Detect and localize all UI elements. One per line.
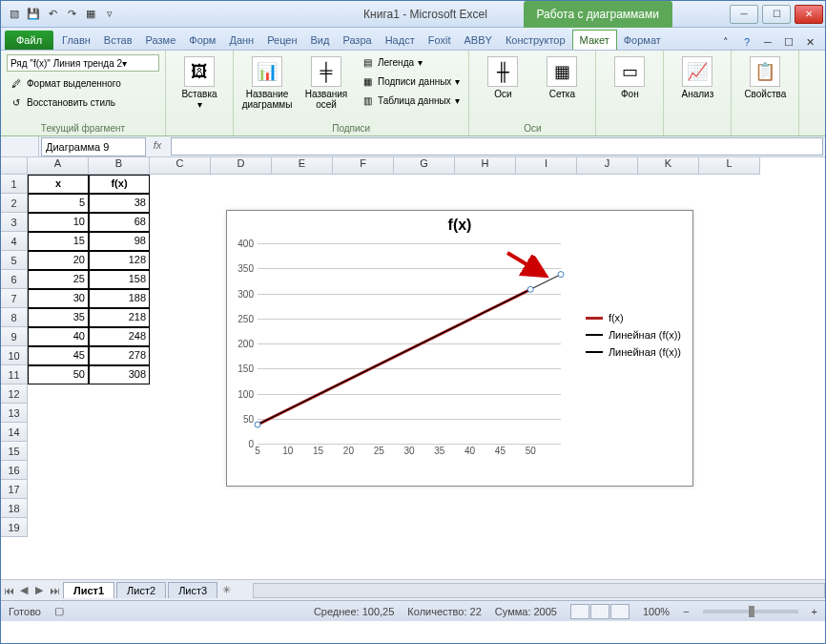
- row-header[interactable]: 18: [1, 499, 28, 518]
- background-button[interactable]: ▭Фон: [602, 54, 657, 101]
- macro-record-icon[interactable]: ▢: [54, 605, 64, 617]
- ribbon-tab[interactable]: Разме: [139, 31, 183, 50]
- ribbon-tab[interactable]: Вид: [304, 31, 337, 50]
- column-header[interactable]: A: [28, 157, 89, 175]
- name-box[interactable]: [41, 137, 146, 156]
- ribbon-tab[interactable]: ABBY: [458, 31, 499, 50]
- cell[interactable]: 158: [89, 270, 150, 289]
- row-header[interactable]: 2: [1, 194, 28, 213]
- cell[interactable]: 45: [28, 346, 89, 365]
- zoom-out-button[interactable]: −: [683, 606, 689, 617]
- ribbon-tab[interactable]: Встав: [97, 31, 139, 50]
- help-icon[interactable]: ?: [739, 34, 754, 50]
- sheet-nav-prev[interactable]: ◀: [16, 584, 31, 596]
- zoom-level[interactable]: 100%: [643, 606, 670, 617]
- legend-button[interactable]: ▤Легенда ▾: [358, 54, 463, 70]
- column-header[interactable]: J: [577, 157, 638, 175]
- column-header[interactable]: G: [394, 157, 455, 175]
- chart-legend[interactable]: f(x)Линейная (f(x))Линейная (f(x)): [586, 306, 681, 364]
- row-header[interactable]: 5: [1, 251, 28, 270]
- cell[interactable]: 308: [89, 365, 150, 384]
- column-header[interactable]: I: [516, 157, 577, 175]
- ribbon-tab[interactable]: Foxit: [422, 31, 458, 50]
- row-header[interactable]: 12: [1, 384, 28, 404]
- ribbon-tab[interactable]: Разра: [336, 31, 378, 50]
- cell[interactable]: 50: [28, 365, 89, 384]
- ribbon-tab[interactable]: Надст: [379, 31, 422, 50]
- data-labels-button[interactable]: ▦Подписи данных ▾: [358, 73, 463, 89]
- cell[interactable]: 5: [28, 194, 89, 213]
- column-header[interactable]: C: [150, 157, 211, 175]
- chart-title[interactable]: f(x): [227, 211, 692, 239]
- cell[interactable]: 15: [28, 232, 89, 251]
- sheet-tab[interactable]: Лист3: [168, 582, 217, 598]
- fx-icon[interactable]: fx: [146, 136, 169, 156]
- cell[interactable]: 188: [89, 289, 150, 308]
- chart-element-selector[interactable]: Ряд "f(x)" Линия тренда 2 ▾: [7, 54, 159, 72]
- minimize-button[interactable]: ─: [730, 5, 758, 24]
- sheet-nav-last[interactable]: ⏭: [47, 585, 62, 596]
- cell[interactable]: 248: [89, 327, 150, 346]
- gridlines-button[interactable]: ▦Сетка: [534, 54, 589, 101]
- insert-button[interactable]: 🖼Вставка▾: [172, 54, 227, 112]
- qat-item-icon[interactable]: ▦: [83, 7, 98, 22]
- sheet-tab[interactable]: Лист1: [63, 582, 114, 598]
- row-header[interactable]: 3: [1, 213, 28, 232]
- row-header[interactable]: 1: [1, 175, 28, 194]
- cell[interactable]: f(x): [89, 175, 150, 194]
- ribbon-tab-constructor[interactable]: Конструктор: [499, 31, 572, 50]
- reset-style-button[interactable]: ↺Восстановить стиль: [7, 94, 118, 110]
- row-header[interactable]: 10: [1, 346, 28, 365]
- select-all-corner[interactable]: [1, 157, 28, 175]
- embedded-chart[interactable]: f(x) 05010015020025030035040051015202530…: [226, 210, 693, 487]
- cell[interactable]: 30: [28, 289, 89, 308]
- legend-item[interactable]: Линейная (f(x)): [586, 346, 681, 358]
- column-header[interactable]: K: [638, 157, 699, 175]
- row-header[interactable]: 9: [1, 327, 28, 346]
- sheet-nav-next[interactable]: ▶: [31, 584, 47, 596]
- zoom-in-button[interactable]: +: [812, 606, 817, 617]
- cell[interactable]: 38: [89, 194, 150, 213]
- cell[interactable]: 218: [89, 308, 150, 327]
- legend-item[interactable]: f(x): [586, 312, 681, 323]
- row-header[interactable]: 11: [1, 365, 28, 384]
- cell[interactable]: x: [28, 175, 89, 194]
- cell[interactable]: 98: [89, 232, 150, 251]
- row-header[interactable]: 13: [1, 404, 28, 423]
- row-header[interactable]: 6: [1, 270, 28, 289]
- axes-button[interactable]: ╫Оси: [475, 54, 530, 101]
- ribbon-tab-format[interactable]: Формат: [617, 31, 668, 50]
- workbook-minimize-icon[interactable]: ─: [760, 34, 775, 50]
- data-table-button[interactable]: ▥Таблица данных ▾: [358, 93, 463, 108]
- row-header[interactable]: 7: [1, 289, 28, 308]
- row-header[interactable]: 17: [1, 480, 28, 499]
- sheet-tab[interactable]: Лист2: [116, 582, 166, 598]
- cell[interactable]: 20: [28, 251, 89, 270]
- save-icon[interactable]: 💾: [26, 7, 41, 22]
- row-header[interactable]: 19: [1, 518, 28, 537]
- column-header[interactable]: F: [333, 157, 394, 175]
- redo-icon[interactable]: ↷: [64, 7, 79, 22]
- properties-button[interactable]: 📋Свойства: [737, 54, 793, 101]
- row-header[interactable]: 14: [1, 423, 28, 442]
- cell[interactable]: 278: [89, 346, 150, 365]
- axis-titles-button[interactable]: ╪Названия осей: [299, 54, 354, 112]
- ribbon-tab-layout[interactable]: Макет: [572, 30, 617, 50]
- format-selection-button[interactable]: 🖉Формат выделенного: [7, 75, 124, 91]
- analysis-button[interactable]: 📈Анализ: [670, 54, 725, 101]
- column-header[interactable]: E: [272, 157, 333, 175]
- view-normal-button[interactable]: [570, 604, 589, 619]
- row-header[interactable]: 8: [1, 308, 28, 327]
- column-header[interactable]: H: [455, 157, 516, 175]
- close-button[interactable]: ✕: [795, 5, 823, 24]
- cell[interactable]: 10: [28, 213, 89, 232]
- column-header[interactable]: D: [211, 157, 272, 175]
- maximize-button[interactable]: ☐: [762, 5, 791, 24]
- cell[interactable]: 25: [28, 270, 89, 289]
- workbook-restore-icon[interactable]: ☐: [781, 34, 796, 50]
- cell[interactable]: 40: [28, 327, 89, 346]
- view-page-break-button[interactable]: [610, 604, 630, 619]
- new-sheet-button[interactable]: ✳: [218, 584, 234, 596]
- ribbon-tab[interactable]: Главн: [55, 31, 97, 50]
- column-header[interactable]: L: [699, 157, 760, 175]
